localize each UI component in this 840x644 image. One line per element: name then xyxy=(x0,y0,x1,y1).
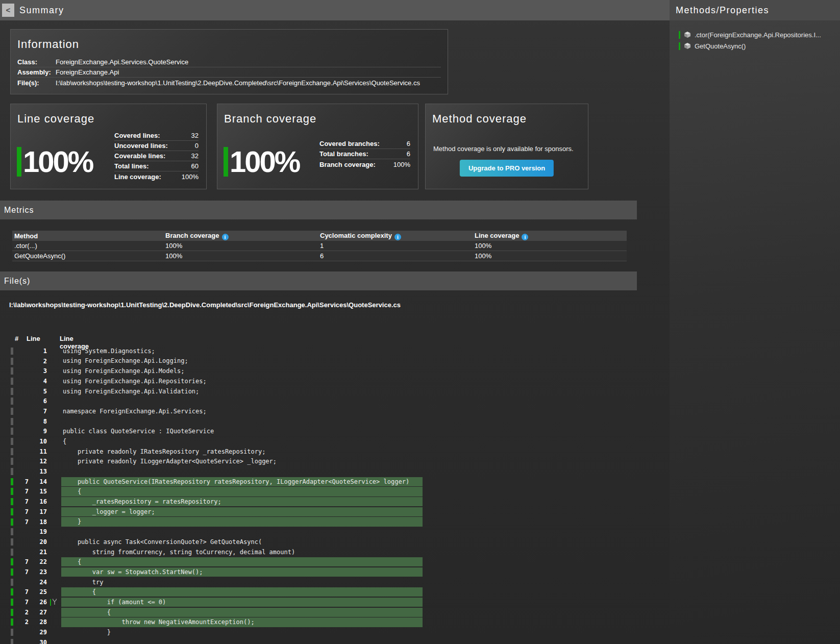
code-text: _ratesRepository = ratesRepository; xyxy=(61,497,423,506)
code-text: using System.Diagnostics; xyxy=(61,346,423,356)
line-indicator-bar xyxy=(11,549,13,556)
line-number: 25 xyxy=(29,588,47,596)
line-indicator-bar xyxy=(11,348,13,355)
method-cube-icon xyxy=(684,42,691,49)
coverage-stat-row: Covered lines:32 xyxy=(114,131,199,141)
information-row-label: File(s): xyxy=(17,79,56,87)
code-line-row: 725 { xyxy=(10,587,643,598)
code-text xyxy=(61,527,423,536)
information-row-label: Assembly: xyxy=(17,68,56,76)
code-text: using ForeignExchange.Api.Logging; xyxy=(61,356,423,365)
metrics-cell: 100% xyxy=(165,252,320,260)
line-number: 29 xyxy=(29,629,47,636)
code-header-line: Line xyxy=(27,335,40,342)
coverage-stat-row: Coverable lines:32 xyxy=(114,151,199,161)
back-button[interactable]: < xyxy=(2,4,14,17)
stat-value: 6 xyxy=(407,140,410,147)
line-number: 3 xyxy=(29,367,47,375)
info-icon[interactable]: i xyxy=(394,234,401,240)
code-line-row: 3using ForeignExchange.Api.Models; xyxy=(10,366,643,376)
line-indicator-bar xyxy=(11,538,13,546)
information-row: Assembly:ForeignExchange.Api xyxy=(17,67,441,78)
code-line-row: 2using ForeignExchange.Api.Logging; xyxy=(10,356,643,366)
metrics-cell: 100% xyxy=(475,242,627,250)
coverage-stat-row: Line coverage:100% xyxy=(114,171,199,182)
metrics-column-header: Method xyxy=(12,232,165,240)
line-indicator-bar xyxy=(11,629,13,636)
code-text: throw new NegativeAmountException(); xyxy=(61,617,423,627)
information-rows: Class:ForeignExchange.Api.Services.Quote… xyxy=(17,57,441,88)
method-coverage-card: Method coverage Method coverage is only … xyxy=(425,104,588,189)
sidebar-method-label: GetQuoteAsync() xyxy=(695,42,746,50)
line-number: 22 xyxy=(29,558,47,565)
code-text: using ForeignExchange.Api.Repositories; xyxy=(61,377,423,386)
code-text: { xyxy=(61,557,423,566)
code-line-row: 21 string fromCurrency, string toCurrenc… xyxy=(10,547,643,557)
stat-label: Branch coverage: xyxy=(319,161,376,168)
line-number: 16 xyxy=(29,498,47,505)
stat-value: 100% xyxy=(393,161,410,168)
line-indicator-bar xyxy=(11,408,13,415)
stat-value: 32 xyxy=(191,132,199,139)
line-hit-count: 7 xyxy=(13,599,29,606)
line-indicator-bar xyxy=(11,428,13,435)
info-icon[interactable]: i xyxy=(522,234,528,240)
metrics-cell: .ctor(...) xyxy=(12,242,165,250)
stat-label: Total branches: xyxy=(319,150,368,158)
code-line-row: 19 xyxy=(10,527,643,537)
information-row-label: Class: xyxy=(17,58,56,66)
code-line-row: 13 xyxy=(10,466,643,477)
line-number: 2 xyxy=(29,358,47,365)
line-hit-count: 7 xyxy=(13,558,29,565)
line-number: 7 xyxy=(29,408,47,415)
line-hit-count: 7 xyxy=(13,488,29,495)
metrics-column-label: Branch coverage xyxy=(165,232,219,239)
methods-properties-sidebar: Methods/Properties .ctor(ForeignExchange… xyxy=(670,0,840,644)
code-header-hash: # xyxy=(15,335,18,342)
metrics-column-label: Method xyxy=(14,232,38,240)
line-indicator-bar xyxy=(11,358,13,365)
metrics-table-body: .ctor(...)100%1100%GetQuoteAsync()100%61… xyxy=(12,241,627,261)
coverage-stat-row: Total lines:60 xyxy=(114,161,199,171)
code-line-row: 6 xyxy=(10,396,643,406)
metrics-cell: 1 xyxy=(320,242,475,250)
line-number: 10 xyxy=(29,438,47,445)
line-indicator-bar xyxy=(11,468,13,475)
method-coverage-note: Method coverage is only available for sp… xyxy=(433,145,574,153)
sidebar-title: Methods/Properties xyxy=(670,0,840,20)
code-text xyxy=(61,397,423,406)
line-indicator-bar xyxy=(11,448,13,455)
line-indicator-bar xyxy=(11,367,13,375)
code-text: private readonly ILoggerAdapter<QuoteSer… xyxy=(61,457,423,466)
information-row-value: ForeignExchange.Api xyxy=(56,68,119,76)
line-number: 13 xyxy=(29,468,47,475)
code-text: private readonly IRatesRepository _rates… xyxy=(61,447,423,456)
code-text: namespace ForeignExchange.Api.Services; xyxy=(61,407,423,416)
code-line-row: 8 xyxy=(10,416,643,427)
information-row-value: I:\lab\workshops\testing-workshop\1.Unit… xyxy=(56,79,420,87)
branch-coverage-title: Branch coverage xyxy=(217,104,418,126)
code-line-row: 9public class QuoteService : IQuoteServi… xyxy=(10,427,643,437)
stat-value: 100% xyxy=(182,173,199,181)
upgrade-pro-button[interactable]: Upgrade to PRO version xyxy=(460,160,554,177)
code-line-row: 12 private readonly ILoggerAdapter<Quote… xyxy=(10,457,643,467)
code-line-row: 11 private readonly IRatesRepository _ra… xyxy=(10,447,643,457)
code-text: public async Task<ConversionQuote?> GetQ… xyxy=(61,537,423,547)
line-indicator-bar xyxy=(11,378,13,385)
metrics-column-label: Line coverage xyxy=(475,232,519,239)
sidebar-method-item[interactable]: .ctor(ForeignExchange.Api.Repositories.I… xyxy=(670,29,840,40)
code-text: { xyxy=(61,587,423,597)
line-coverage-percent-value: 100% xyxy=(23,147,92,177)
code-text: try xyxy=(61,578,423,587)
code-text xyxy=(61,417,423,426)
information-row: File(s):I:\lab\workshops\testing-worksho… xyxy=(17,78,441,88)
line-number: 18 xyxy=(29,518,47,526)
line-hit-count: 2 xyxy=(13,618,29,626)
code-text: { xyxy=(61,437,423,446)
line-number: 5 xyxy=(29,388,47,395)
info-icon[interactable]: i xyxy=(222,234,229,240)
code-line-row: 718 } xyxy=(10,517,643,527)
code-text: { xyxy=(61,487,423,496)
line-hit-count: 7 xyxy=(13,478,29,485)
sidebar-method-item[interactable]: GetQuoteAsync() xyxy=(670,40,840,52)
